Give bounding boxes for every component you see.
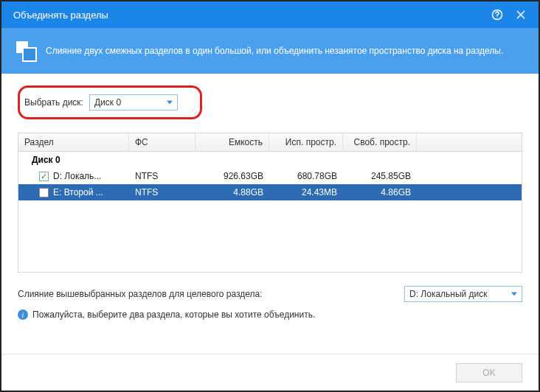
disk-select-label: Выбрать диск: [24,97,83,108]
hint-row: i Пожалуйста, выберите два раздела, кото… [18,309,522,320]
target-value: D: Локальный диск [409,289,488,299]
grid-header: Раздел ФС Емкость Исп. простр. Своб. про… [18,133,522,152]
disk-select-highlight: Выбрать диск: Диск 0 [18,85,202,119]
col-header-fs[interactable]: ФС [129,133,195,151]
window-title: Объединять разделы [13,10,482,21]
ok-button[interactable]: OK [456,363,522,382]
titlebar: Объединять разделы [1,1,539,28]
target-combo[interactable]: D: Локальный диск [404,286,522,302]
banner-text: Слияние двух смежных разделов в один бол… [46,46,503,56]
capacity-cell: 4.88GB [195,187,269,197]
banner: Слияние двух смежных разделов в один бол… [1,28,539,74]
free-cell: 4.86GB [343,187,417,197]
hint-text: Пожалуйста, выберите два раздела, которы… [32,309,315,320]
disk-select-combo[interactable]: Диск 0 [89,94,178,111]
table-row[interactable]: D: Локаль... NTFS 926.63GB 680.78GB 245.… [18,168,522,184]
target-label: Слияние вышевыбранных разделов для целев… [18,289,404,299]
chevron-down-icon [511,293,517,296]
col-header-partition[interactable]: Раздел [18,133,129,151]
disk-select-value: Диск 0 [94,97,121,108]
partition-grid: Раздел ФС Емкость Исп. простр. Своб. про… [18,133,522,273]
help-icon[interactable] [488,6,506,24]
target-row: Слияние вышевыбранных разделов для целев… [18,286,522,302]
footer: OK [1,354,539,391]
partition-name: E: Второй ... [53,187,103,197]
checkbox-icon[interactable] [39,188,49,197]
col-header-used[interactable]: Исп. простр. [269,133,343,151]
checkbox-icon[interactable] [39,172,49,181]
info-icon: i [18,309,28,320]
used-cell: 680.78GB [269,171,343,181]
merge-icon [16,41,35,60]
fs-cell: NTFS [129,187,195,197]
col-header-capacity[interactable]: Емкость [195,133,269,151]
grid-body: Диск 0 D: Локаль... NTFS 926.63GB 680.78… [18,152,522,200]
col-header-free[interactable]: Своб. простр. [343,133,417,151]
close-icon[interactable] [512,6,530,24]
svg-point-1 [496,17,497,18]
disk-group-label: Диск 0 [18,152,522,168]
table-row[interactable]: E: Второй ... NTFS 4.88GB 24.43MB 4.86GB [18,184,522,200]
free-cell: 245.85GB [343,171,417,181]
capacity-cell: 926.63GB [195,171,269,181]
chevron-down-icon [167,101,173,105]
fs-cell: NTFS [129,171,195,181]
used-cell: 24.43MB [269,187,343,197]
partition-name: D: Локаль... [53,171,101,181]
